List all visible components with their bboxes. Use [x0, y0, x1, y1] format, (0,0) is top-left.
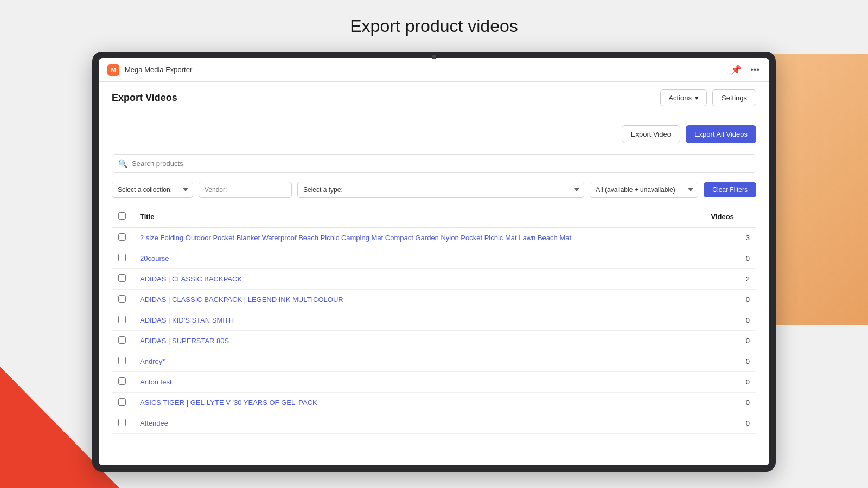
row-checkbox-7[interactable] [118, 377, 126, 385]
main-content: Export Video Export All Videos 🔍 Select … [99, 114, 769, 465]
actions-chevron-icon: ▾ [695, 94, 699, 102]
actions-button[interactable]: Actions ▾ [660, 89, 707, 106]
row-checkbox-1[interactable] [118, 254, 126, 261]
product-title-cell: ADIDAS | CLASSIC BACKPACK | LEGEND INK M… [133, 290, 704, 310]
row-checkbox-4[interactable] [118, 316, 126, 323]
product-title-cell: 20course [133, 248, 704, 269]
more-options-button[interactable]: ••• [749, 64, 761, 76]
videos-count-cell: 0 [704, 372, 756, 393]
export-video-label: Export Video [631, 130, 671, 138]
type-filter[interactable]: Select a type: [297, 182, 584, 198]
table-row: ADIDAS | CLASSIC BACKPACK | LEGEND INK M… [112, 290, 756, 310]
product-link[interactable]: 2 size Folding Outdoor Pocket Blanket Wa… [140, 234, 571, 242]
row-checkbox-cell[interactable] [112, 248, 133, 269]
table-row: Andrey*0 [112, 351, 756, 372]
row-checkbox-0[interactable] [118, 233, 126, 241]
table-body: 2 size Folding Outdoor Pocket Blanket Wa… [112, 227, 756, 434]
app-name-label: Mega Media Exporter [125, 66, 192, 74]
page-header-actions: Actions ▾ Settings [660, 89, 756, 106]
table-header-row: Title Videos [112, 207, 756, 227]
product-title-cell: Andrey* [133, 351, 704, 372]
search-container: 🔍 [112, 154, 756, 173]
availability-filter[interactable]: All (available + unavailable) [590, 182, 698, 198]
select-all-checkbox[interactable] [118, 212, 126, 220]
export-all-videos-button[interactable]: Export All Videos [686, 125, 756, 143]
table-row: ADIDAS | KID'S STAN SMITH0 [112, 310, 756, 331]
app-logo: M [107, 64, 119, 76]
row-checkbox-8[interactable] [118, 398, 126, 406]
row-checkbox-cell[interactable] [112, 393, 133, 413]
row-checkbox-2[interactable] [118, 274, 126, 282]
product-link[interactable]: ADIDAS | KID'S STAN SMITH [140, 316, 234, 324]
device-screen: M Mega Media Exporter 📌 ••• Export Video… [99, 58, 769, 465]
search-icon: 🔍 [118, 159, 127, 168]
product-title-cell: ADIDAS | SUPERSTAR 80S [133, 331, 704, 351]
export-buttons-row: Export Video Export All Videos [112, 125, 756, 143]
export-video-button[interactable]: Export Video [622, 125, 680, 143]
device-frame: M Mega Media Exporter 📌 ••• Export Video… [92, 52, 776, 472]
row-checkbox-cell[interactable] [112, 331, 133, 351]
product-link[interactable]: ADIDAS | CLASSIC BACKPACK [140, 275, 242, 283]
settings-button[interactable]: Settings [712, 89, 756, 106]
table-row: ADIDAS | SUPERSTAR 80S0 [112, 331, 756, 351]
row-checkbox-cell[interactable] [112, 290, 133, 310]
table-header: Title Videos [112, 207, 756, 227]
title-column-header: Title [133, 207, 704, 227]
table-row: Anton test0 [112, 372, 756, 393]
product-title-cell: Attendee [133, 413, 704, 434]
row-checkbox-cell[interactable] [112, 269, 133, 290]
row-checkbox-cell[interactable] [112, 372, 133, 393]
export-page-title: Export Videos [112, 92, 177, 104]
product-title-cell: ADIDAS | KID'S STAN SMITH [133, 310, 704, 331]
filters-row: Select a collection: Select a type: All … [112, 182, 756, 198]
videos-count-cell: 0 [704, 248, 756, 269]
product-title-cell: ASICS TIGER | GEL-LYTE V '30 YEARS OF GE… [133, 393, 704, 413]
table-row: ADIDAS | CLASSIC BACKPACK2 [112, 269, 756, 290]
row-checkbox-cell[interactable] [112, 310, 133, 331]
row-checkbox-3[interactable] [118, 295, 126, 303]
page-header: Export Videos Actions ▾ Settings [99, 82, 769, 114]
product-link[interactable]: ADIDAS | CLASSIC BACKPACK | LEGEND INK M… [140, 296, 343, 304]
settings-label: Settings [722, 94, 747, 102]
videos-count-cell: 0 [704, 290, 756, 310]
export-all-videos-label: Export All Videos [694, 130, 748, 138]
videos-count-cell: 0 [704, 331, 756, 351]
product-link[interactable]: ADIDAS | SUPERSTAR 80S [140, 337, 229, 345]
collection-filter[interactable]: Select a collection: [112, 182, 193, 198]
clear-filters-label: Clear Filters [712, 186, 748, 194]
videos-column-header: Videos [704, 207, 756, 227]
select-all-header[interactable] [112, 207, 133, 227]
row-checkbox-9[interactable] [118, 419, 126, 426]
device-camera [432, 55, 436, 59]
product-title-cell: 2 size Folding Outdoor Pocket Blanket Wa… [133, 227, 704, 248]
row-checkbox-cell[interactable] [112, 351, 133, 372]
videos-count-cell: 0 [704, 393, 756, 413]
table-row: 20course0 [112, 248, 756, 269]
search-input[interactable] [112, 154, 756, 173]
row-checkbox-cell[interactable] [112, 413, 133, 434]
product-link[interactable]: Anton test [140, 378, 172, 386]
row-checkbox-6[interactable] [118, 357, 126, 364]
row-checkbox-5[interactable] [118, 336, 126, 344]
vendor-filter[interactable] [199, 182, 292, 198]
product-title-cell: ADIDAS | CLASSIC BACKPACK [133, 269, 704, 290]
row-checkbox-cell[interactable] [112, 227, 133, 248]
actions-label: Actions [668, 94, 692, 102]
table-row: Attendee0 [112, 413, 756, 434]
products-table: Title Videos 2 size Folding Outdoor Pock… [112, 207, 756, 434]
main-page-title: Export product videos [0, 16, 868, 36]
clear-filters-button[interactable]: Clear Filters [704, 182, 756, 197]
app-header-right: 📌 ••• [730, 63, 761, 76]
videos-count-cell: 0 [704, 310, 756, 331]
product-link[interactable]: Attendee [140, 419, 168, 427]
product-link[interactable]: ASICS TIGER | GEL-LYTE V '30 YEARS OF GE… [140, 399, 317, 407]
app-logo-text: M [111, 67, 116, 73]
app-header: M Mega Media Exporter 📌 ••• [99, 58, 769, 82]
product-title-cell: Anton test [133, 372, 704, 393]
videos-count-cell: 0 [704, 351, 756, 372]
product-link[interactable]: 20course [140, 254, 169, 262]
page-title-area: Export product videos [0, 16, 868, 36]
table-row: 2 size Folding Outdoor Pocket Blanket Wa… [112, 227, 756, 248]
pin-button[interactable]: 📌 [730, 63, 743, 76]
product-link[interactable]: Andrey* [140, 357, 165, 365]
